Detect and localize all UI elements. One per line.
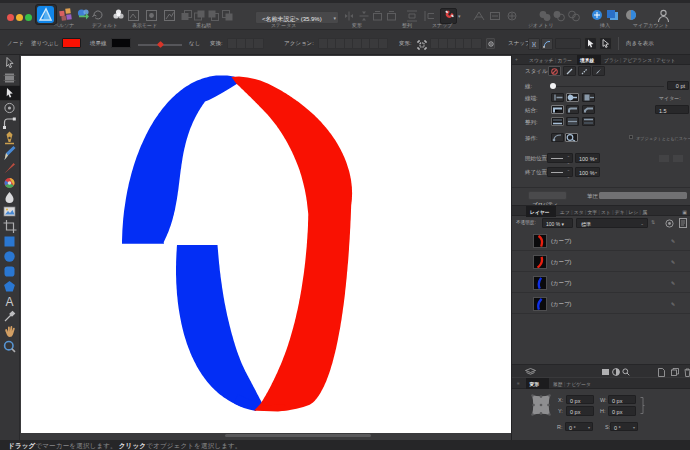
svg-text:A: A (5, 295, 13, 309)
